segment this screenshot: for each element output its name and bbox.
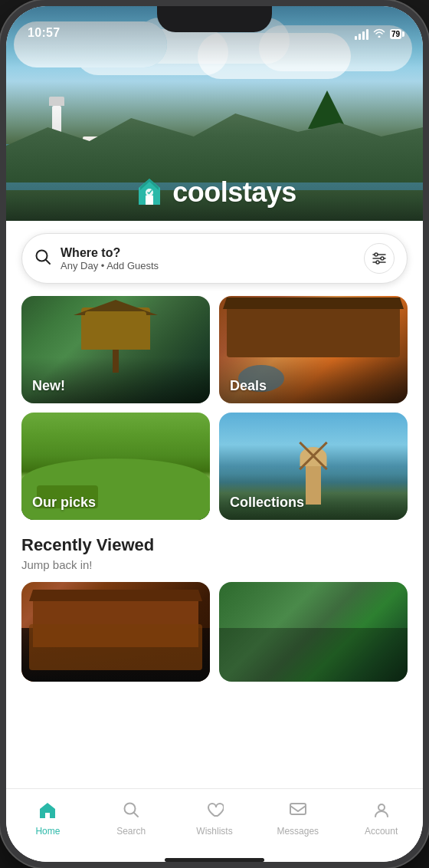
logo-section: coolstays <box>6 176 423 209</box>
nav-wishlists-label: Wishlists <box>196 826 232 837</box>
status-time: 10:57 <box>28 26 60 40</box>
tree-decoration <box>308 90 346 148</box>
nav-search[interactable]: Search <box>108 801 154 837</box>
category-collections[interactable]: Collections <box>219 413 408 520</box>
wifi-icon <box>373 28 385 40</box>
nav-wishlists[interactable]: Wishlists <box>192 801 237 837</box>
svg-point-5 <box>375 253 378 256</box>
category-picks-label: Our picks <box>32 495 96 511</box>
recently-viewed-section: Recently Viewed Jump back in! <box>6 532 423 694</box>
recently-viewed-item-2[interactable] <box>219 582 408 682</box>
lighthouse-decoration <box>52 106 61 148</box>
signal-icon <box>355 29 368 40</box>
svg-point-10 <box>378 804 385 810</box>
battery-icon: 79 <box>390 29 401 39</box>
svg-point-6 <box>381 257 384 260</box>
home-indicator <box>165 858 264 862</box>
svg-rect-9 <box>290 804 306 814</box>
recently-viewed-title: Recently Viewed <box>21 535 408 555</box>
search-icon <box>34 248 51 268</box>
search-text: Where to? Any Day • Add Guests <box>61 246 159 271</box>
bottom-nav: Home Search Wishlists <box>6 788 423 857</box>
recently-viewed-item-1[interactable] <box>21 582 210 682</box>
nav-search-icon <box>123 801 139 823</box>
category-picks[interactable]: Our picks <box>21 413 210 520</box>
filter-button[interactable] <box>364 243 395 274</box>
logo-icon <box>133 176 166 209</box>
category-new[interactable]: New! <box>21 296 210 403</box>
recently-viewed-subtitle: Jump back in! <box>21 558 408 571</box>
notch <box>157 6 272 32</box>
nav-search-label: Search <box>116 826 146 837</box>
home-indicator-bar <box>6 857 423 862</box>
category-new-label: New! <box>32 378 65 394</box>
messages-icon <box>289 801 307 823</box>
categories-grid: New! Deals <box>6 296 423 532</box>
buildings-decoration <box>83 136 162 159</box>
home-icon <box>38 801 57 823</box>
status-icons: 79 <box>355 28 401 40</box>
search-section: Where to? Any Day • Add Guests <box>6 221 423 296</box>
nav-account[interactable]: Account <box>359 801 404 837</box>
hero-section: 10:57 79 <box>6 6 423 221</box>
nav-home-label: Home <box>35 826 60 837</box>
svg-point-7 <box>376 261 379 264</box>
category-deals[interactable]: Deals <box>219 296 408 403</box>
nav-account-label: Account <box>365 826 398 837</box>
search-left: Where to? Any Day • Add Guests <box>34 246 159 271</box>
search-bar[interactable]: Where to? Any Day • Add Guests <box>21 233 408 284</box>
recently-viewed-grid <box>21 582 408 682</box>
nav-messages[interactable]: Messages <box>275 801 321 837</box>
main-content: Where to? Any Day • Add Guests <box>6 221 423 788</box>
logo-text: coolstays <box>172 176 296 209</box>
heart-icon <box>205 801 224 823</box>
search-sub-text: Any Day • Add Guests <box>61 260 159 271</box>
phone-frame: 10:57 79 <box>0 0 429 868</box>
screen: 10:57 79 <box>6 6 423 862</box>
account-icon <box>373 801 390 823</box>
category-collections-label: Collections <box>230 495 304 511</box>
nav-messages-label: Messages <box>277 826 319 837</box>
nav-home[interactable]: Home <box>25 801 70 837</box>
category-deals-label: Deals <box>230 378 267 394</box>
search-main-text: Where to? <box>61 246 159 260</box>
